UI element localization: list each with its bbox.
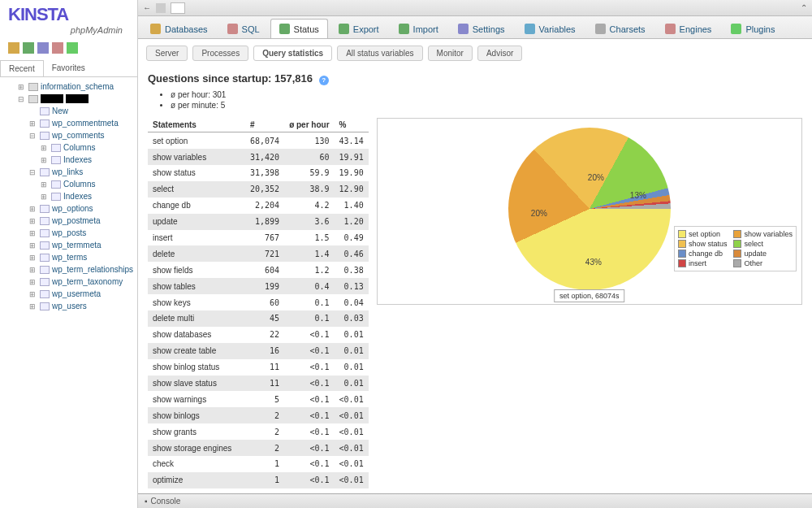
- tab-charsets[interactable]: Charsets: [586, 19, 654, 38]
- stmt-value: 45: [245, 310, 284, 327]
- expand-icon[interactable]: ⊟: [29, 168, 37, 176]
- tbl-icon: [40, 217, 50, 225]
- tree-item[interactable]: ⊟: [3, 93, 134, 105]
- tree-item[interactable]: ⊞Columns: [3, 141, 134, 154]
- table-row: check1<0.1<0.01: [148, 456, 369, 472]
- stat-per-hour: ø per hour: 301: [171, 90, 802, 99]
- tree-item[interactable]: ⊞wp_users: [3, 300, 134, 312]
- tab-label: Plugins: [745, 24, 775, 34]
- idx-icon: [51, 193, 61, 201]
- help-icon[interactable]: ?: [319, 76, 329, 85]
- expand-icon[interactable]: ⊞: [29, 241, 37, 250]
- expand-icon[interactable]: ⊞: [41, 156, 49, 164]
- tbl-icon: [40, 205, 50, 213]
- tab-sql[interactable]: SQL: [218, 19, 269, 38]
- logout-icon[interactable]: [23, 42, 34, 54]
- tree-item[interactable]: ⊞wp_postmeta: [3, 215, 134, 227]
- tree-item[interactable]: New: [3, 105, 134, 117]
- tree-item[interactable]: ⊞wp_term_taxonomy: [3, 276, 134, 288]
- tree-label: wp_links: [52, 167, 83, 176]
- expand-icon[interactable]: ⊞: [41, 144, 49, 152]
- subtab-server[interactable]: Server: [146, 46, 188, 61]
- tab-variables[interactable]: Variables: [516, 19, 585, 38]
- sidebar: KINSTA phpMyAdmin Recent Favorites ⊞info…: [0, 0, 138, 508]
- tab-export[interactable]: Export: [330, 19, 388, 38]
- stmt-name: show variables: [148, 149, 245, 165]
- tab-icon: [731, 24, 741, 34]
- expand-icon[interactable]: ⊞: [41, 193, 49, 201]
- expand-icon[interactable]: ⊞: [29, 302, 37, 310]
- subtab-advisor[interactable]: Advisor: [477, 46, 522, 61]
- stmt-value: 60: [245, 294, 284, 310]
- legend-item: select: [733, 240, 793, 248]
- stmt-value: 2,204: [245, 198, 284, 214]
- tab-engines[interactable]: Engines: [656, 19, 721, 38]
- tree-item[interactable]: ⊞wp_termmeta: [3, 239, 134, 251]
- tree-item[interactable]: ⊞wp_posts: [3, 227, 134, 239]
- tree-item[interactable]: ⊞wp_usermeta: [3, 288, 134, 300]
- reload-icon[interactable]: [67, 42, 78, 54]
- tree-item[interactable]: ⊞Indexes: [3, 190, 134, 202]
- tree-item[interactable]: ⊞wp_term_relationships: [3, 263, 134, 276]
- tab-settings[interactable]: Settings: [449, 19, 514, 38]
- heading-text: Questions since startup: 157,816: [148, 72, 313, 85]
- tab-recent[interactable]: Recent: [0, 60, 44, 76]
- expand-icon[interactable]: ⊞: [29, 217, 37, 225]
- tab-import[interactable]: Import: [390, 19, 447, 38]
- expand-icon[interactable]: ⊟: [18, 95, 26, 103]
- breadcrumb-segment[interactable]: [171, 2, 185, 14]
- expand-icon[interactable]: ⊞: [29, 254, 37, 262]
- tree-item[interactable]: ⊞wp_commentmeta: [3, 117, 134, 129]
- stmt-value: 1.5: [284, 230, 334, 246]
- expand-icon[interactable]: ⊞: [41, 180, 49, 189]
- collapse-icon[interactable]: ⌃: [801, 3, 807, 12]
- main-panel: ← ⌃ DatabasesSQLStatusExportImportSettin…: [138, 0, 812, 508]
- expand-icon[interactable]: ⊞: [18, 83, 26, 91]
- console-bar[interactable]: ▪ Console: [138, 493, 812, 508]
- subtab-query-statistics[interactable]: Query statistics: [253, 46, 332, 61]
- tree-label: wp_term_taxonomy: [52, 277, 123, 286]
- tab-databases[interactable]: Databases: [141, 19, 217, 38]
- pie-slice-label: 20%: [531, 209, 547, 218]
- stmt-value: 0.13: [335, 278, 369, 294]
- expand-icon[interactable]: ⊞: [29, 229, 37, 237]
- tree-item[interactable]: ⊞Indexes: [3, 154, 134, 166]
- stmt-name: update: [148, 214, 245, 230]
- tab-plugins[interactable]: Plugins: [722, 19, 784, 38]
- side-nav-tabs: Recent Favorites: [0, 60, 137, 77]
- tab-label: Engines: [680, 24, 712, 34]
- col-header[interactable]: %: [335, 118, 369, 132]
- tree-item[interactable]: ⊟wp_comments: [3, 129, 134, 141]
- expand-icon[interactable]: ⊞: [29, 119, 37, 128]
- stmt-value: 721: [245, 245, 284, 262]
- tree-item[interactable]: ⊞wp_terms: [3, 251, 134, 263]
- subtab-monitor[interactable]: Monitor: [428, 46, 473, 61]
- subtab-all-status-variables[interactable]: All status variables: [337, 46, 422, 61]
- home-icon[interactable]: [8, 42, 19, 54]
- tab-favorites[interactable]: Favorites: [44, 60, 93, 76]
- expand-icon[interactable]: ⊞: [29, 290, 37, 298]
- tree-item[interactable]: ⊟wp_links: [3, 166, 134, 178]
- expand-icon[interactable]: ⊞: [29, 278, 37, 286]
- stmt-value: 2: [245, 423, 284, 440]
- nav-settings-icon[interactable]: [52, 42, 63, 54]
- table-row: delete7211.40.46: [148, 245, 369, 262]
- docs-icon[interactable]: [37, 42, 49, 54]
- legend-swatch: [733, 230, 741, 238]
- expand-icon[interactable]: ⊟: [29, 132, 37, 140]
- tree-item[interactable]: ⊞Columns: [3, 178, 134, 190]
- tab-icon: [458, 24, 469, 34]
- stmt-name: change db: [148, 198, 245, 214]
- stmt-value: <0.1: [284, 423, 334, 440]
- col-header[interactable]: #: [245, 118, 284, 132]
- tree-item[interactable]: ⊞information_schema: [3, 80, 134, 93]
- tree-item[interactable]: ⊞wp_options: [3, 202, 134, 215]
- col-header[interactable]: Statements: [148, 118, 245, 132]
- expand-icon[interactable]: ⊞: [29, 205, 37, 213]
- table-row: show create table16<0.10.01: [148, 343, 369, 359]
- server-crumb-icon[interactable]: [156, 3, 166, 13]
- expand-icon[interactable]: ⊞: [29, 266, 37, 274]
- subtab-processes[interactable]: Processes: [192, 46, 248, 61]
- tab-status[interactable]: Status: [270, 19, 328, 38]
- col-header[interactable]: ø per hour: [284, 118, 334, 132]
